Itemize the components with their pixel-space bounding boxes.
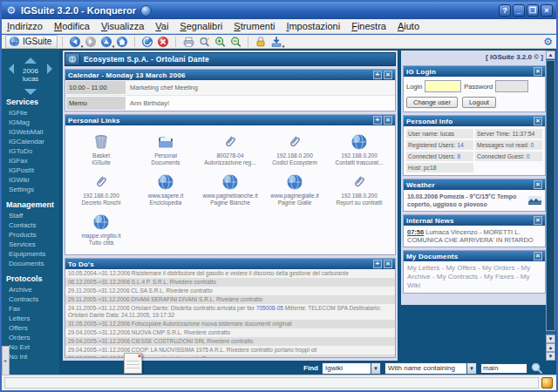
sidebar-item-igpostit[interactable]: IGPostIt [2, 166, 59, 175]
change-user-button[interactable]: Change user [406, 97, 458, 108]
menu-aiuto[interactable]: Aiuto [398, 21, 419, 31]
minimize-button[interactable]: _ [513, 4, 525, 17]
find-query-input[interactable] [480, 363, 527, 374]
sidebar-item-igwiki[interactable]: IGWiki [2, 175, 59, 185]
calendar-row[interactable]: MemoAnn Birthday! [65, 96, 395, 111]
internal-news-close-button[interactable]: × [534, 216, 542, 225]
sidebar-item-igwebmail[interactable]: IGWebMail [2, 127, 59, 137]
reload-button[interactable] [140, 35, 155, 48]
menu-finestra[interactable]: Finestra [351, 21, 386, 31]
calendar-add-button[interactable]: + [373, 71, 382, 79]
weather-thumbnail-icon[interactable] [528, 193, 541, 207]
sidebar-item-no-ext[interactable]: No Ext [2, 342, 59, 352]
help-window-button[interactable]: ? [499, 4, 511, 17]
scroll-page-up-button[interactable]: ▲ [546, 343, 555, 352]
todos-add-button[interactable]: + [373, 260, 382, 268]
statusbar-indicator-icon[interactable] [541, 377, 553, 389]
scroll-down-button[interactable]: ▼ [546, 335, 555, 343]
find-button[interactable] [196, 35, 212, 48]
personal-info-close-button[interactable]: × [534, 117, 542, 125]
password-input[interactable] [495, 80, 528, 92]
weather-close-button[interactable]: × [534, 180, 542, 189]
chevron-down-icon[interactable]: ▼ [466, 363, 476, 374]
personal-link-pagine-gialle[interactable]: www.paginegialle.itPagine Gialle [262, 173, 327, 206]
find-module-select[interactable]: Igwiki ▼ [322, 362, 381, 375]
sidebar-item-services[interactable]: Services [2, 240, 59, 249]
login-close-button[interactable]: × [534, 67, 542, 76]
scrollbar-thumb[interactable] [546, 60, 555, 331]
sidebar-item-offers[interactable]: Offers [2, 323, 59, 333]
chevron-down-icon[interactable]: ▼ [371, 363, 380, 374]
menu-visualizza[interactable]: Visualizza [101, 21, 144, 31]
personal-link-autorizzazione-reg[interactable]: 800278-04Autorizzazione reg... [198, 133, 262, 166]
personal-link-enciclopedia[interactable]: www.sapere.itEnciclopedia [133, 173, 198, 206]
personal-link-documents[interactable]: PersonalDocuments [133, 133, 198, 166]
print-button[interactable] [180, 35, 196, 48]
scroll-up-button[interactable]: ▲ [546, 51, 555, 59]
menu-vai[interactable]: Vai [155, 21, 168, 31]
personal-link-codici-ecosystem[interactable]: 192.168.0.200Codici Ecosystem [262, 133, 327, 166]
sidebar-item-igfax[interactable]: IGFax [2, 156, 59, 166]
nav-right-arrow-icon[interactable] [47, 64, 52, 74]
home-button[interactable] [114, 35, 130, 48]
sidebar-item-settings[interactable]: Settings [2, 185, 59, 194]
back-button[interactable]: ▾ [67, 35, 83, 48]
sidebar-splitter[interactable] [2, 346, 10, 375]
find-filter-select[interactable]: With name containing ▼ [384, 362, 477, 375]
todos-close-button[interactable]: × [384, 260, 392, 268]
menu-strumenti[interactable]: Strumenti [234, 21, 275, 31]
sidebar-item-igcalendar[interactable]: IGCalendar [2, 137, 59, 146]
menu-modifica[interactable]: Modifica [54, 21, 90, 31]
postit-close-icon[interactable]: × [138, 353, 141, 359]
my-documents-links[interactable]: My Letters - My Offers - My Orders - My … [404, 261, 545, 293]
personal-link-tutto-citt[interactable]: mappe.virgilio.itTutto città [69, 213, 133, 246]
personal-link-report-su-contratti[interactable]: 192.168.0.200Report su contratti [327, 173, 391, 206]
maximize-button[interactable]: ❐ [527, 4, 539, 17]
nav-left-arrow-icon[interactable] [9, 64, 14, 74]
news-time-link[interactable]: 07:56 [407, 228, 424, 236]
nav-down-arrow-icon[interactable] [24, 89, 37, 95]
zoom-in-button[interactable] [212, 35, 228, 48]
menu-impostazioni[interactable]: Impostazioni [286, 21, 340, 31]
fax-number-link[interactable]: 705008-05 [256, 305, 283, 311]
sidebar-item-documents[interactable]: Documents [2, 259, 59, 268]
kde-gear-icon[interactable]: ⚙ [543, 36, 553, 48]
sidebar-item-staff[interactable]: Staff [2, 211, 59, 220]
sidebar-item-equipments[interactable]: Equipments [2, 249, 59, 259]
sidebar-item-products[interactable]: Products [2, 230, 59, 240]
download-button[interactable]: ▾ [269, 35, 284, 48]
personal-link-contatti-trascurat[interactable]: 192.168.0.200Contatti trascurat... [327, 133, 391, 166]
zoom-out-button[interactable] [228, 35, 243, 48]
calendar-row[interactable]: 10:00 - 11:00Marketing chef Meeting [65, 80, 395, 96]
sidebar-item-contracts[interactable]: Contracts [2, 294, 59, 304]
igsuite-button[interactable]: IGSuite [5, 35, 58, 49]
sidebar-item-contacts[interactable]: Contacts [2, 220, 59, 230]
find-search-icon[interactable] [531, 362, 542, 374]
personal-link-pagine-bianche[interactable]: www.paginebianche.itPagine Bianche [198, 173, 262, 206]
nav-up-arrow-icon[interactable] [24, 57, 37, 64]
current-user[interactable]: lucas [2, 75, 59, 83]
scroll-page-down-button[interactable]: ▼ [546, 352, 555, 361]
sidebar-item-letters[interactable]: Letters [2, 314, 59, 323]
personal-link-igsuite[interactable]: BasketIGSuite [69, 133, 133, 166]
download-dropdown-caret[interactable]: ▾ [282, 44, 285, 48]
up-button[interactable]: ▾ [99, 35, 114, 48]
menu-indirizzo[interactable]: Indirizzo [7, 21, 43, 31]
lock-icon-button[interactable] [253, 35, 269, 48]
calendar-close-button[interactable]: × [384, 71, 392, 79]
logout-button[interactable]: Logout [462, 97, 496, 108]
links-add-button[interactable]: + [373, 116, 382, 125]
sidebar-item-fax[interactable]: Fax [2, 304, 59, 314]
page-scrollbar[interactable]: ▲ ▼ ▲ ▼ [546, 51, 555, 361]
sidebar-item-igmag[interactable]: IGMag [2, 118, 59, 127]
sidebar-item-archive[interactable]: Archive [2, 285, 59, 294]
links-close-button[interactable]: × [384, 116, 392, 125]
sidebar-item-igtodo[interactable]: IGToDo [2, 146, 59, 156]
login-input[interactable] [425, 80, 461, 92]
personal-link-decreto-ronchi[interactable]: 192.168.0.200Decreto Ronchi [69, 173, 133, 206]
close-button[interactable]: × [541, 4, 553, 17]
sidebar-item-igfile[interactable]: IGFile [2, 108, 59, 118]
stop-button[interactable] [155, 35, 171, 48]
sidebar-item-orders[interactable]: Orders [2, 333, 59, 342]
my-documents-close-button[interactable]: × [534, 252, 542, 260]
